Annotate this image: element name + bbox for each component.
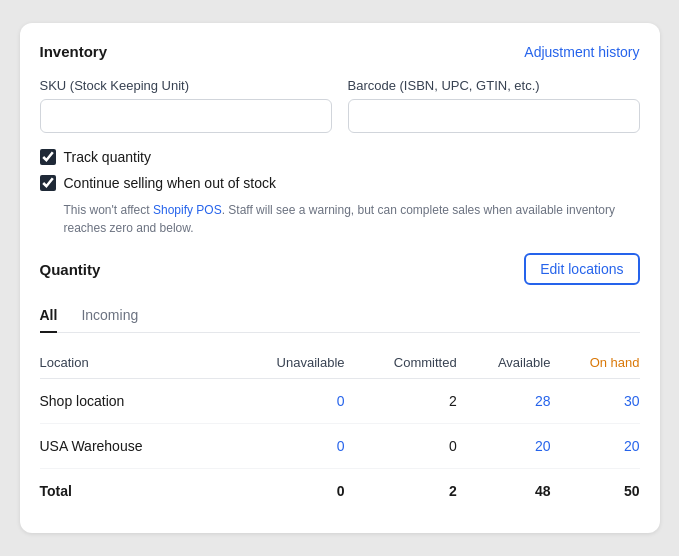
quantity-header: Quantity Edit locations — [40, 253, 640, 285]
continue-selling-label: Continue selling when out of stock — [64, 175, 276, 191]
adjustment-history-link[interactable]: Adjustment history — [524, 44, 639, 60]
barcode-field-group: Barcode (ISBN, UPC, GTIN, etc.) — [348, 78, 640, 133]
inventory-card: Inventory Adjustment history SKU (Stock … — [20, 23, 660, 533]
table-head: Location Unavailable Committed Available… — [40, 347, 640, 379]
location-name: USA Warehouse — [40, 424, 224, 469]
fields-row: SKU (Stock Keeping Unit) Barcode (ISBN, … — [40, 78, 640, 133]
hint-prefix: This won't affect — [64, 203, 153, 217]
col-on-hand: On hand — [550, 347, 639, 379]
sku-label: SKU (Stock Keeping Unit) — [40, 78, 332, 93]
track-quantity-checkbox[interactable] — [40, 149, 56, 165]
total-committed: 2 — [345, 469, 457, 514]
location-name: Shop location — [40, 379, 224, 424]
unavailable-val: 0 — [223, 424, 344, 469]
shopify-pos-link[interactable]: Shopify POS — [153, 203, 222, 217]
committed-val: 0 — [345, 424, 457, 469]
hint-text: This won't affect Shopify POS. Staff wil… — [64, 201, 640, 237]
on-hand-val: 20 — [550, 424, 639, 469]
card-header: Inventory Adjustment history — [40, 43, 640, 60]
total-label: Total — [40, 469, 224, 514]
total-available: 48 — [457, 469, 551, 514]
continue-selling-checkbox[interactable] — [40, 175, 56, 191]
sku-field-group: SKU (Stock Keeping Unit) — [40, 78, 332, 133]
col-available: Available — [457, 347, 551, 379]
card-title: Inventory — [40, 43, 108, 60]
table-header-row: Location Unavailable Committed Available… — [40, 347, 640, 379]
on-hand-val: 30 — [550, 379, 639, 424]
tab-incoming[interactable]: Incoming — [81, 299, 138, 333]
table-body: Shop location 0 2 28 30 USA Warehouse 0 … — [40, 379, 640, 514]
available-val: 20 — [457, 424, 551, 469]
barcode-label: Barcode (ISBN, UPC, GTIN, etc.) — [348, 78, 640, 93]
tabs: All Incoming — [40, 299, 640, 333]
table-row: USA Warehouse 0 0 20 20 — [40, 424, 640, 469]
table-total-row: Total 0 2 48 50 — [40, 469, 640, 514]
track-quantity-label: Track quantity — [64, 149, 151, 165]
committed-val: 2 — [345, 379, 457, 424]
total-unavailable: 0 — [223, 469, 344, 514]
col-location: Location — [40, 347, 224, 379]
tab-all[interactable]: All — [40, 299, 58, 333]
col-unavailable: Unavailable — [223, 347, 344, 379]
total-on-hand: 50 — [550, 469, 639, 514]
table-row: Shop location 0 2 28 30 — [40, 379, 640, 424]
continue-selling-row: Continue selling when out of stock — [40, 175, 640, 191]
col-committed: Committed — [345, 347, 457, 379]
inventory-table: Location Unavailable Committed Available… — [40, 347, 640, 513]
sku-input[interactable] — [40, 99, 332, 133]
quantity-title: Quantity — [40, 261, 101, 278]
edit-locations-button[interactable]: Edit locations — [524, 253, 639, 285]
unavailable-val: 0 — [223, 379, 344, 424]
barcode-input[interactable] — [348, 99, 640, 133]
track-quantity-row: Track quantity — [40, 149, 640, 165]
available-val: 28 — [457, 379, 551, 424]
